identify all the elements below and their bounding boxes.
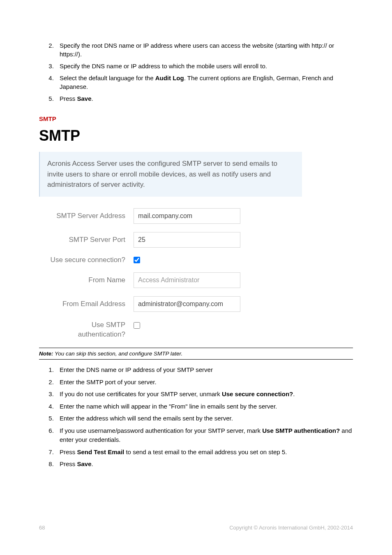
list-item-text: Specify the DNS name or IP address to wh… [60,63,267,70]
list-item-text: Press [60,448,77,455]
form-row-server-port: SMTP Server Port [39,232,353,248]
list-item: Enter the SMTP port of your server. [55,378,353,387]
list-item-text: . [293,390,295,397]
list-item: Press Send Test Email to send a test ema… [55,448,353,457]
instructions-list-1: Specify the root DNS name or IP address … [39,41,353,103]
list-item: Specify the DNS name or IP address to wh… [55,62,353,70]
form-row-use-auth: Use SMTP authentication? [39,320,353,340]
note-text-content: You can skip this section, and configure… [53,351,183,357]
list-item: Press Save. [55,94,353,103]
list-item-bold: Send Test Email [77,448,125,455]
smtp-form: SMTP Server Address SMTP Server Port Use… [39,208,353,340]
label-use-auth-line2: authentication? [78,330,125,338]
list-item-text: Press [60,460,77,467]
smtp-server-port-input[interactable] [134,232,240,248]
note-label: Note: [39,351,53,357]
label-from-email: From Email Address [39,300,134,308]
list-item: Select the default language for the Audi… [55,74,353,91]
label-server-address: SMTP Server Address [39,212,134,220]
instructions-list-2: Enter the DNS name or IP address of your… [39,365,353,469]
list-item-text: If you use username/password authenticat… [60,427,262,434]
use-smtp-auth-checkbox[interactable] [134,322,140,329]
list-item-bold: Use secure connection? [222,390,293,397]
divider [39,359,353,360]
list-item-text: Enter the address which will send the em… [60,415,233,422]
list-item-text: Select the default language for the [60,74,155,81]
smtp-server-address-input[interactable] [134,208,240,224]
list-item-text: Enter the DNS name or IP address of your… [60,366,213,373]
list-item-text: If you do not use certificates for your … [60,390,222,397]
form-row-server-address: SMTP Server Address [39,208,353,224]
list-item: Specify the root DNS name or IP address … [55,41,353,58]
smtp-info-box: Acronis Access Server uses the configure… [39,152,302,197]
list-item-text: . [92,460,93,467]
list-item: Enter the address which will send the em… [55,414,353,423]
page-number: 68 [39,525,45,531]
list-item-text: Enter the SMTP port of your server. [60,379,157,385]
secure-connection-checkbox[interactable] [134,257,140,263]
list-item: Enter the DNS name or IP address of your… [55,365,353,375]
list-item-text: Specify the root DNS name or IP address … [60,42,334,58]
list-item-bold: Save [77,460,92,467]
list-item-text: Enter the name which will appear in the … [60,403,277,410]
list-item-bold: Use SMTP authentication? [262,427,340,434]
list-item: Enter the name which will appear in the … [55,402,353,411]
from-name-input[interactable] [134,272,240,288]
label-server-port: SMTP Server Port [39,236,134,244]
form-row-secure-connection: Use secure connection? [39,256,353,264]
copyright-text: Copyright © Acronis International GmbH, … [229,525,353,531]
list-item-bold: Audit Log [155,74,184,81]
label-use-auth-line1: Use SMTP [92,321,125,329]
list-item-bold: Save [77,95,92,102]
list-item: If you do not use certificates for your … [55,390,353,399]
smtp-title: SMTP [39,127,353,144]
list-item: If you use username/password authenticat… [55,426,353,445]
label-use-auth: Use SMTP authentication? [39,320,134,340]
label-from-name: From Name [39,276,134,284]
form-row-from-email: From Email Address [39,296,353,312]
list-item: Press Save. [55,460,353,469]
page-footer: 68 Copyright © Acronis International Gmb… [39,525,353,531]
divider [39,348,353,348]
list-item-text: to send a test email to the email addres… [124,448,287,455]
form-row-from-name: From Name [39,272,353,288]
list-item-text: Press [60,95,77,102]
label-secure-connection: Use secure connection? [39,256,134,264]
from-email-input[interactable] [134,296,240,312]
smtp-section-heading: SMTP [39,115,353,122]
list-item-text: . [92,95,93,102]
note: Note: You can skip this section, and con… [39,351,353,357]
